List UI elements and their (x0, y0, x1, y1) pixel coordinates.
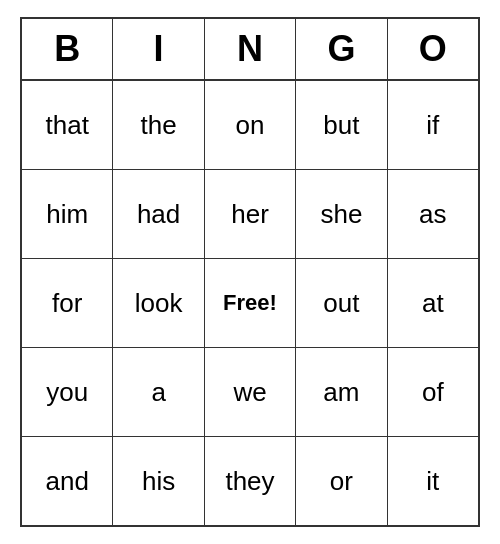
bingo-cell: on (205, 81, 296, 169)
bingo-cell: if (388, 81, 478, 169)
header-letter: N (205, 19, 296, 79)
bingo-body: thattheonbutifhimhadhersheasforlookFree!… (22, 81, 478, 525)
header-letter: I (113, 19, 204, 79)
bingo-cell: of (388, 348, 478, 436)
bingo-cell: they (205, 437, 296, 525)
bingo-cell: the (113, 81, 204, 169)
bingo-cell: her (205, 170, 296, 258)
bingo-cell: out (296, 259, 387, 347)
bingo-cell: she (296, 170, 387, 258)
bingo-cell: it (388, 437, 478, 525)
bingo-cell: him (22, 170, 113, 258)
bingo-row: youaweamof (22, 348, 478, 437)
bingo-cell: had (113, 170, 204, 258)
bingo-cell: a (113, 348, 204, 436)
bingo-row: himhadhersheas (22, 170, 478, 259)
bingo-cell: look (113, 259, 204, 347)
bingo-cell: we (205, 348, 296, 436)
bingo-row: forlookFree!outat (22, 259, 478, 348)
bingo-cell: but (296, 81, 387, 169)
bingo-cell: Free! (205, 259, 296, 347)
bingo-cell: for (22, 259, 113, 347)
header-letter: B (22, 19, 113, 79)
header-letter: O (388, 19, 478, 79)
bingo-cell: as (388, 170, 478, 258)
bingo-header: BINGO (22, 19, 478, 81)
header-letter: G (296, 19, 387, 79)
bingo-cell: that (22, 81, 113, 169)
bingo-row: andhistheyorit (22, 437, 478, 525)
bingo-row: thattheonbutif (22, 81, 478, 170)
bingo-cell: or (296, 437, 387, 525)
bingo-cell: at (388, 259, 478, 347)
bingo-card: BINGO thattheonbutifhimhadhersheasforloo… (20, 17, 480, 527)
bingo-cell: you (22, 348, 113, 436)
bingo-cell: am (296, 348, 387, 436)
bingo-cell: his (113, 437, 204, 525)
bingo-cell: and (22, 437, 113, 525)
